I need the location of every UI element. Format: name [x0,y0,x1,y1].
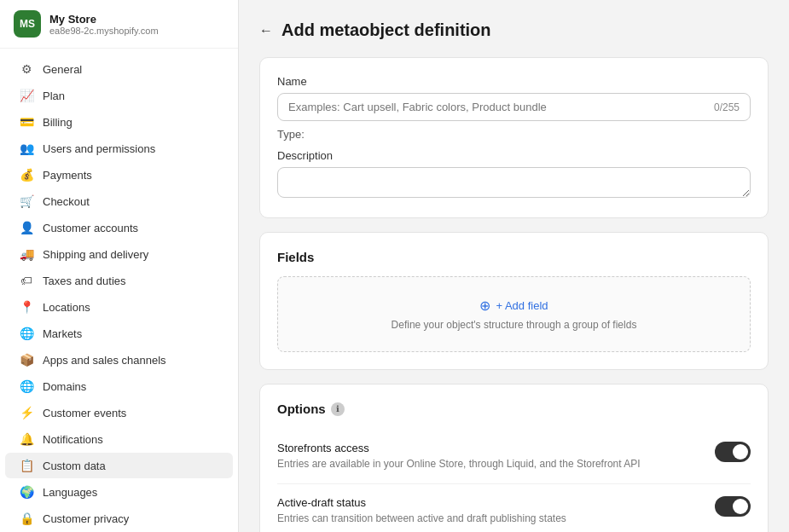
sidebar-item-label: Domains [43,380,86,393]
add-field-description: Define your object's structure through a… [299,319,729,331]
apps-sales-channels-icon: 📦 [19,353,34,367]
option-name-active-draft-status: Active-draft status [277,496,701,509]
sidebar-item-general[interactable]: ⚙ General [5,56,233,82]
option-desc-storefronts-access: Entries are available in your Online Sto… [277,457,701,471]
name-input[interactable] [288,101,714,113]
general-icon: ⚙ [19,62,34,76]
sidebar-item-label: Custom data [43,460,106,472]
domains-icon: 🌐 [19,379,34,393]
name-label: Name [277,75,751,88]
store-avatar: MS [14,10,41,38]
page-title: Add metaobject definition [281,20,491,40]
notifications-icon: 🔔 [19,432,34,446]
options-header: Options ℹ [277,402,751,416]
plus-icon: ⊕ [479,298,490,314]
option-text-storefronts-access: Storefronts access Entries are available… [277,442,701,471]
shipping-delivery-icon: 🚚 [19,247,34,261]
sidebar-nav: ⚙ General 📈 Plan 💳 Billing 👥 Users and p… [0,49,238,532]
sidebar-item-custom-data[interactable]: 📋 Custom data [5,453,233,478]
sidebar-item-label: General [43,63,82,76]
info-icon[interactable]: ℹ [331,402,345,416]
customer-accounts-icon: 👤 [19,221,34,234]
plan-icon: 📈 [19,89,34,102]
toggle-slider-active-draft-status [715,496,751,517]
sidebar-item-label: Customer accounts [43,222,138,234]
option-desc-active-draft-status: Entries can transition between active an… [277,512,701,526]
char-count: 0/255 [714,101,740,113]
sidebar-item-label: Payments [43,169,92,182]
sidebar-item-plan[interactable]: 📈 Plan [5,83,233,108]
toggle-slider-storefronts-access [715,442,751,462]
sidebar-item-billing[interactable]: 💳 Billing [5,109,233,135]
sidebar-item-label: Locations [43,301,90,314]
sidebar-item-taxes-duties[interactable]: 🏷 Taxes and duties [5,268,233,293]
back-arrow[interactable]: ← [259,23,273,38]
payments-icon: 💰 [19,168,34,182]
option-row-storefronts-access: Storefronts access Entries are available… [277,430,751,484]
customer-events-icon: ⚡ [19,406,34,419]
main-content: ← Add metaobject definition Name 0/255 T… [239,0,789,532]
store-info: My Store ea8e98-2c.myshopify.com [49,13,159,36]
sidebar-item-users-permissions[interactable]: 👥 Users and permissions [5,136,233,161]
sidebar-item-label: Apps and sales channels [43,354,166,367]
sidebar-item-label: Customer events [43,407,126,419]
page-header: ← Add metaobject definition [259,20,769,40]
add-field-button[interactable]: ⊕ + Add field [299,298,729,314]
name-input-row: 0/255 [277,93,751,121]
customer-privacy-icon: 🔒 [19,512,34,525]
sidebar-item-label: Users and permissions [43,142,155,155]
store-header[interactable]: MS My Store ea8e98-2c.myshopify.com [0,0,238,49]
sidebar-item-label: Plan [43,90,65,102]
sidebar-item-shipping-delivery[interactable]: 🚚 Shipping and delivery [5,241,233,267]
options-title: Options [277,402,326,416]
sidebar-item-payments[interactable]: 💰 Payments [5,162,233,188]
sidebar: MS My Store ea8e98-2c.myshopify.com ⚙ Ge… [0,0,239,532]
sidebar-item-domains[interactable]: 🌐 Domains [5,373,233,399]
desc-label: Description [277,149,751,162]
sidebar-item-notifications[interactable]: 🔔 Notifications [5,426,233,452]
options-card: Options ℹ Storefronts access Entries are… [259,384,769,532]
option-text-active-draft-status: Active-draft status Entries can transiti… [277,496,701,526]
checkout-icon: 🛒 [19,194,34,208]
billing-icon: 💳 [19,115,34,129]
definition-card: Name 0/255 Type: Description [259,57,769,218]
store-name: My Store [49,13,159,26]
description-input[interactable] [277,167,751,198]
markets-icon: 🌐 [19,327,34,340]
fields-card: Fields ⊕ + Add field Define your object'… [259,232,769,370]
sidebar-item-label: Checkout [43,195,90,208]
sidebar-item-label: Shipping and delivery [43,248,148,261]
option-name-storefronts-access: Storefronts access [277,442,701,454]
store-url: ea8e98-2c.myshopify.com [49,26,159,36]
sidebar-item-customer-events[interactable]: ⚡ Customer events [5,400,233,425]
users-permissions-icon: 👥 [19,142,34,155]
languages-icon: 🌍 [19,485,34,499]
sidebar-item-label: Markets [43,327,82,340]
sidebar-item-label: Customer privacy [43,512,129,525]
sidebar-item-label: Taxes and duties [43,275,126,287]
locations-icon: 📍 [19,300,34,314]
add-field-box: ⊕ + Add field Define your object's struc… [277,276,751,352]
toggle-storefronts-access[interactable] [715,442,751,462]
sidebar-item-apps-sales-channels[interactable]: 📦 Apps and sales channels [5,347,233,373]
sidebar-item-label: Billing [43,116,73,129]
type-label: Type: [277,128,751,141]
sidebar-item-languages[interactable]: 🌍 Languages [5,479,233,505]
taxes-duties-icon: 🏷 [19,274,34,287]
fields-title: Fields [277,250,751,264]
sidebar-item-locations[interactable]: 📍 Locations [5,294,233,320]
toggle-active-draft-status[interactable] [715,496,751,517]
sidebar-item-markets[interactable]: 🌐 Markets [5,321,233,346]
sidebar-item-label: Languages [43,486,97,499]
sidebar-item-customer-accounts[interactable]: 👤 Customer accounts [5,215,233,240]
custom-data-icon: 📋 [19,459,34,472]
sidebar-item-label: Notifications [43,433,103,446]
option-row-active-draft-status: Active-draft status Entries can transiti… [277,484,751,532]
sidebar-item-customer-privacy[interactable]: 🔒 Customer privacy [5,506,233,531]
sidebar-item-checkout[interactable]: 🛒 Checkout [5,188,233,214]
options-list: Storefronts access Entries are available… [277,430,751,532]
